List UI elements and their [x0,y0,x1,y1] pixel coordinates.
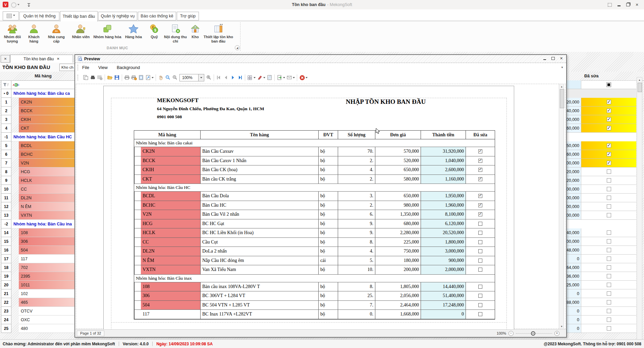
page-margins-icon[interactable] [138,74,145,81]
grid-row[interactable]: ▸2 BCCK [0,107,75,115]
da-sua-cell[interactable] [581,298,636,307]
thanh-tien-partial-cell[interactable]: 0 [567,307,581,316]
da-sua-row[interactable]: 040,000 [567,107,644,115]
da-sua-row[interactable]: 440,000 [567,228,644,237]
maximize-icon[interactable] [626,2,630,7]
last-page-icon[interactable] [236,74,244,81]
grid-row[interactable]: ▸14 108 [0,228,75,237]
filter-checkbox-icon[interactable] [606,82,611,87]
row-number[interactable]: ▸2 [1,107,11,115]
checkbox[interactable] [607,213,611,217]
filter-abc-icon[interactable]: ABC [11,80,75,89]
checkbox[interactable] [607,204,611,209]
grid-row[interactable]: ▸9 HCLK [0,176,75,185]
da-sua-cell[interactable] [581,281,636,289]
da-sua-column-header[interactable]: Đã sửa [567,72,644,81]
ribbon-item-thiet-lap-ton-kho[interactable]: Thiết lập tồn kho ban đầu [203,22,234,44]
da-sua-row[interactable]: 0 [567,324,644,333]
da-sua-row[interactable]: 960,000 [567,150,644,159]
row-number[interactable]: ▸4 [1,124,11,133]
checkbox[interactable] [607,126,611,130]
close-icon[interactable]: ✕ [635,2,639,7]
close-preview-icon[interactable] [299,74,306,81]
da-sua-row[interactable]: 600,000 [567,115,644,124]
grid-row[interactable]: ▸15 306 [0,237,75,246]
fullscreen-icon[interactable] [607,2,612,7]
thanh-tien-partial-cell[interactable]: 040,000 [567,107,581,115]
thanh-tien-partial-cell[interactable]: 100,000 [567,159,581,167]
thanh-tien-partial-cell[interactable]: 0 [567,316,581,324]
da-sua-cell[interactable] [581,150,636,159]
ribbon-pin-icon[interactable] [27,3,31,9]
menu-view[interactable]: View [98,65,108,70]
tab-quan-ly-nghiep-vu[interactable]: Quản lý nghiệp vụ [98,12,137,20]
zoom-slider[interactable] [516,331,552,336]
ma-hang-cell[interactable]: VXTN [19,211,75,220]
ma-hang-cell[interactable]: N ÊM [19,202,75,211]
da-sua-row[interactable]: 160,000 [567,124,644,133]
da-sua-row[interactable]: 920,000 [567,98,644,107]
thanh-tien-partial-cell[interactable]: 0 [567,255,581,263]
minimize-icon[interactable] [616,2,621,7]
checkbox[interactable] [607,274,611,278]
thanh-tien-partial-cell[interactable] [567,133,581,141]
da-sua-cell[interactable] [581,141,636,150]
quick-print-icon[interactable] [130,74,138,81]
preview-maximize-icon[interactable] [551,56,555,61]
da-sua-cell[interactable] [581,107,636,115]
thanh-tien-partial-cell[interactable]: 000,000 [567,194,581,202]
checkbox[interactable] [607,318,611,322]
ribbon-item-nhom-hang-hoa[interactable]: Nhóm hàng hóa [93,22,121,44]
grid-filter-row[interactable]: ABC [0,80,75,89]
da-sua-row[interactable]: 0 [567,307,644,316]
row-number[interactable]: ▸-1 [1,133,11,141]
row-number[interactable]: ▸17 [1,255,11,263]
quick-access-icon[interactable] [11,2,16,8]
da-sua-cell[interactable] [581,272,636,281]
ma-hang-cell[interactable]: 117 [19,255,75,263]
ma-hang-cell[interactable]: 480 [19,324,75,333]
ma-hang-cell[interactable]: 108 [19,228,75,237]
next-page-icon[interactable] [229,74,236,81]
ma-hang-cell[interactable]: BCHC [19,150,75,159]
zoom-slider-knob[interactable] [531,331,535,336]
thanh-tien-partial-cell[interactable]: 900,000 [567,202,581,211]
grid-row[interactable]: ▸12 N ÊM [0,202,75,211]
da-sua-row[interactable] [567,220,644,228]
zoom-window-icon[interactable] [164,74,171,81]
table-options-icon[interactable] [96,74,103,81]
row-number[interactable]: ▸0 [1,89,11,98]
grid-row[interactable]: ▸21 102 [0,289,75,298]
da-sua-cell[interactable] [581,324,636,333]
da-sua-cell[interactable] [581,89,636,98]
grid-row[interactable]: ▸23 OTCV [0,307,75,316]
checkbox[interactable] [607,291,611,296]
right-panel-scrollbar[interactable]: ▲ ▼ [637,77,642,348]
tab-bao-cao-thong-ke[interactable]: Báo cáo thống kê [138,12,176,20]
thanh-tien-partial-cell[interactable]: 920,000 [567,98,581,107]
row-number[interactable]: ▸15 [1,237,11,246]
grid-row[interactable]: ▸4 CKT [0,124,75,133]
row-number[interactable]: ▸12 [1,202,11,211]
row-number[interactable]: ▸20 [1,281,11,289]
menu-overflow-icon[interactable]: ▼ [561,66,564,69]
da-sua-row[interactable]: 248,000 [567,246,644,255]
ma-hang-cell[interactable]: 2395 [19,272,75,281]
grid-row[interactable]: ▸25 480 [0,324,75,333]
row-number[interactable]: ▸11 [1,194,11,202]
da-sua-cell[interactable] [581,263,636,272]
row-number[interactable]: ▸9 [1,176,11,185]
thanh-tien-partial-cell[interactable]: 160,000 [567,124,581,133]
thanh-tien-partial-cell[interactable] [567,89,581,98]
thanh-tien-partial-cell[interactable]: 440,000 [567,228,581,237]
quick-access-dropdown-icon[interactable] [17,4,19,6]
highlight-dropdown-icon[interactable] [263,77,265,79]
row-number[interactable]: ▸25 [1,324,11,333]
zoom-combo[interactable]: 100% [179,74,204,81]
ma-hang-cell[interactable]: 1011 [19,281,75,289]
row-number[interactable]: ▸6 [1,150,11,159]
da-sua-row[interactable]: 950,000 [567,141,644,150]
da-sua-row[interactable] [567,133,644,141]
row-number[interactable]: ▸19 [1,272,11,281]
da-sua-cell[interactable] [581,307,636,316]
